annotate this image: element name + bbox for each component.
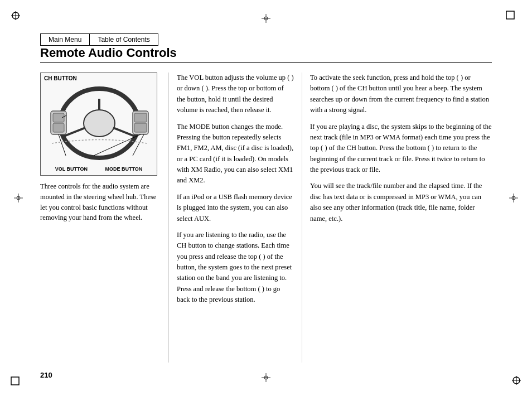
svg-point-21 — [84, 110, 115, 137]
middle-para-1: The VOL button adjusts the volume up ( )… — [177, 73, 294, 116]
left-column: CH BUTTON — [40, 73, 168, 363]
svg-line-23 — [64, 128, 85, 136]
middle-para-2: The MODE button changes the mode. Pressi… — [177, 122, 294, 186]
crosshair-right — [509, 194, 518, 202]
content-area: CH BUTTON — [40, 73, 492, 363]
crosshair-left — [14, 194, 23, 202]
svg-line-24 — [113, 128, 134, 136]
steering-wheel-diagram — [46, 83, 152, 164]
page-title-area: Remote Audio Controls — [40, 46, 492, 63]
table-of-contents-button[interactable]: Table of Contents — [89, 33, 158, 46]
corner-mark-bl — [10, 369, 27, 386]
right-para-3: You will see the track/file number and t… — [310, 181, 492, 224]
crosshair-bottom — [262, 373, 270, 382]
page-title: Remote Audio Controls — [40, 46, 492, 63]
mode-button-label: MODE BUTTON — [105, 166, 142, 172]
right-para-2: If you are playing a disc, the system sk… — [310, 122, 492, 176]
nav-bar: Main Menu Table of Contents — [40, 33, 158, 46]
left-description: Three controls for the audio system are … — [40, 181, 161, 223]
right-para-1: To activate the seek function, press and… — [310, 73, 492, 116]
svg-rect-30 — [134, 113, 147, 122]
diagram-box: CH BUTTON — [40, 73, 157, 176]
page-number: 210 — [40, 371, 52, 379]
middle-para-4: If you are listening to the radio, use t… — [177, 230, 294, 306]
middle-para-3: If an iPod or a USB flash memory device … — [177, 192, 294, 224]
svg-rect-27 — [53, 123, 64, 132]
vol-button-label: VOL BUTTON — [55, 166, 88, 172]
svg-rect-3 — [506, 11, 514, 19]
right-column: To activate the seek function, press and… — [302, 73, 492, 363]
middle-column: The VOL button adjusts the volume up ( )… — [168, 73, 302, 363]
corner-mark-tr — [505, 10, 522, 27]
main-menu-button[interactable]: Main Menu — [40, 33, 89, 46]
vol-mode-labels: VOL BUTTON MODE BUTTON — [41, 166, 157, 172]
svg-rect-4 — [11, 377, 19, 385]
corner-mark-br — [505, 369, 522, 386]
crosshair-top — [262, 14, 270, 23]
corner-mark-tl — [10, 10, 27, 27]
svg-rect-31 — [134, 123, 147, 132]
ch-button-label: CH BUTTON — [44, 75, 77, 81]
